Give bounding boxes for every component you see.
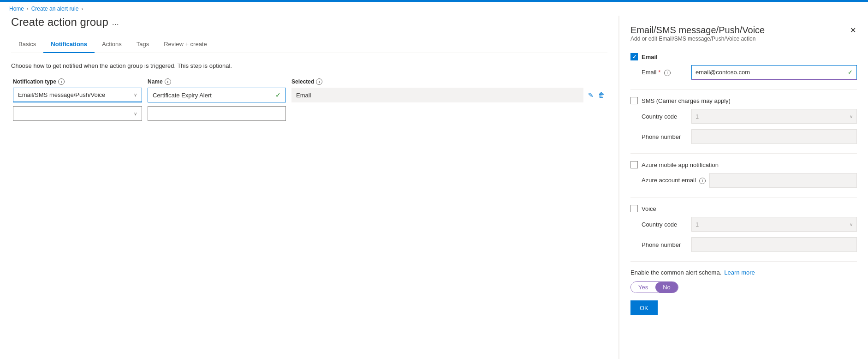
- flyout-panel: Email/SMS message/Push/Voice Add or edit…: [619, 16, 868, 359]
- email-label: Email: [642, 54, 658, 60]
- voice-checkbox-row: Voice: [630, 205, 857, 212]
- sms-section: SMS (Carrier charges may apply) Country …: [630, 97, 857, 144]
- table-row: Email/SMS message/Push/Voice ∨ Certifica…: [11, 88, 607, 102]
- schema-toggle-group: Yes No: [630, 281, 678, 293]
- toggle-yes[interactable]: Yes: [631, 282, 655, 293]
- sms-country-row: Country code 1 ∨: [642, 109, 857, 124]
- tab-actions[interactable]: Actions: [95, 36, 129, 53]
- name-info-icon[interactable]: i: [165, 78, 171, 85]
- divider-3: [630, 197, 857, 197]
- email-checkbox-row: ✓ Email: [630, 53, 857, 60]
- common-schema-row: Enable the common alert schema. Learn mo…: [630, 269, 857, 276]
- page-description: Choose how to get notified when the acti…: [11, 62, 607, 69]
- left-panel: Create action group ... Basics Notificat…: [0, 16, 619, 359]
- email-field-row: Email * i email@contoso.com ✓: [642, 65, 857, 80]
- divider-2: [630, 153, 857, 154]
- selected-text: Email: [296, 92, 311, 99]
- voice-section: Voice Country code 1 ∨ Phone number: [630, 205, 857, 252]
- email-input[interactable]: email@contoso.com ✓: [691, 65, 857, 80]
- azure-mobile-checkbox[interactable]: [630, 161, 638, 168]
- table-header: Notification type i Name i Selected i: [11, 78, 607, 85]
- tabs-container: Basics Notifications Actions Tags Review…: [11, 36, 607, 53]
- selected-actions: ✎ 🗑: [587, 90, 606, 100]
- voice-phone-row: Phone number: [642, 237, 857, 252]
- breadcrumb-sep-1: ›: [27, 6, 29, 12]
- notification-name-input[interactable]: Certificate Expiry Alert ✓: [148, 88, 286, 102]
- voice-label: Voice: [642, 205, 656, 212]
- tab-tags[interactable]: Tags: [129, 36, 156, 53]
- azure-mobile-email-input[interactable]: [709, 173, 857, 188]
- sms-phone-label: Phone number: [642, 133, 688, 140]
- email-section: ✓ Email Email * i email@contoso.com ✓: [630, 53, 857, 80]
- notification-name-value: Certificate Expiry Alert: [153, 92, 212, 99]
- flyout-title: Email/SMS message/Push/Voice: [630, 25, 765, 36]
- breadcrumb-alert-rule[interactable]: Create an alert rule: [31, 6, 79, 12]
- selected-info-icon[interactable]: i: [316, 78, 322, 85]
- edit-notification-button[interactable]: ✎: [587, 90, 595, 100]
- sms-phone-row: Phone number: [642, 129, 857, 144]
- page-title: Create action group: [11, 16, 108, 29]
- chevron-empty-icon: ∨: [134, 111, 137, 116]
- divider-1: [630, 89, 857, 90]
- sms-country-value: 1: [696, 113, 699, 120]
- divider-4: [630, 261, 857, 262]
- name-check-icon: ✓: [275, 91, 281, 99]
- breadcrumb-home[interactable]: Home: [9, 6, 24, 12]
- azure-mobile-email-row: Azure account email i: [642, 173, 857, 188]
- notification-type-info-icon[interactable]: i: [58, 78, 65, 85]
- email-field-label: Email * i: [642, 69, 688, 76]
- sms-country-chevron-icon: ∨: [850, 114, 853, 119]
- email-info-icon[interactable]: i: [664, 70, 671, 76]
- azure-mobile-label: Azure mobile app notification: [642, 162, 719, 168]
- voice-country-label: Country code: [642, 221, 688, 228]
- notification-name-input-empty[interactable]: [148, 106, 286, 121]
- breadcrumb: Home › Create an alert rule ›: [0, 2, 868, 16]
- voice-country-chevron-icon: ∨: [850, 222, 853, 227]
- col-header-selected: Selected i: [291, 78, 606, 85]
- voice-country-row: Country code 1 ∨: [642, 217, 857, 232]
- col-header-notification-type: Notification type i: [13, 78, 142, 85]
- voice-country-value: 1: [696, 221, 699, 228]
- tab-basics[interactable]: Basics: [11, 36, 43, 53]
- ok-button[interactable]: OK: [630, 300, 658, 315]
- tab-review-create[interactable]: Review + create: [156, 36, 214, 53]
- voice-phone-input[interactable]: [691, 237, 857, 252]
- sms-country-label: Country code: [642, 113, 688, 120]
- notification-type-dropdown[interactable]: Email/SMS message/Push/Voice ∨: [13, 88, 142, 102]
- flyout-header: Email/SMS message/Push/Voice Add or edit…: [630, 25, 857, 51]
- delete-notification-button[interactable]: 🗑: [597, 90, 606, 100]
- notification-type-chevron-icon: ∨: [134, 92, 137, 97]
- notification-type-dropdown-empty[interactable]: ∨: [13, 106, 142, 121]
- toggle-no[interactable]: No: [655, 282, 678, 293]
- voice-phone-label: Phone number: [642, 241, 688, 248]
- azure-account-email-label: Azure account email i: [642, 177, 706, 184]
- voice-checkbox[interactable]: [630, 205, 638, 212]
- sms-label: SMS (Carrier charges may apply): [642, 97, 731, 104]
- azure-mobile-checkbox-row: Azure mobile app notification: [630, 161, 857, 168]
- learn-more-link[interactable]: Learn more: [724, 269, 755, 276]
- table-row-empty: ∨: [11, 106, 607, 121]
- voice-country-select[interactable]: 1 ∨: [691, 217, 857, 232]
- email-checkbox-check: ✓: [632, 54, 636, 60]
- flyout-close-button[interactable]: ✕: [849, 25, 857, 36]
- page-title-ellipsis[interactable]: ...: [112, 18, 119, 27]
- sms-phone-input[interactable]: [691, 129, 857, 144]
- azure-mobile-section: Azure mobile app notification Azure acco…: [630, 161, 857, 188]
- col-header-name: Name i: [148, 78, 286, 85]
- breadcrumb-sep-2: ›: [81, 6, 83, 12]
- email-check-icon: ✓: [848, 69, 853, 76]
- tab-notifications[interactable]: Notifications: [43, 36, 95, 53]
- notification-type-value: Email/SMS message/Push/Voice: [18, 91, 105, 98]
- selected-value: Email: [291, 88, 583, 102]
- common-schema-text: Enable the common alert schema.: [630, 269, 721, 276]
- sms-checkbox[interactable]: [630, 97, 638, 104]
- email-checkbox[interactable]: ✓: [630, 53, 638, 60]
- email-required-star: *: [658, 69, 660, 76]
- sms-checkbox-row: SMS (Carrier charges may apply): [630, 97, 857, 104]
- flyout-subtitle: Add or edit Email/SMS message/Push/Voice…: [630, 36, 765, 42]
- selected-cell: Email ✎ 🗑: [291, 88, 606, 102]
- azure-email-info-icon[interactable]: i: [699, 178, 706, 184]
- sms-country-select[interactable]: 1 ∨: [691, 109, 857, 124]
- page-title-container: Create action group ...: [11, 16, 607, 29]
- email-value: email@contoso.com: [696, 69, 750, 76]
